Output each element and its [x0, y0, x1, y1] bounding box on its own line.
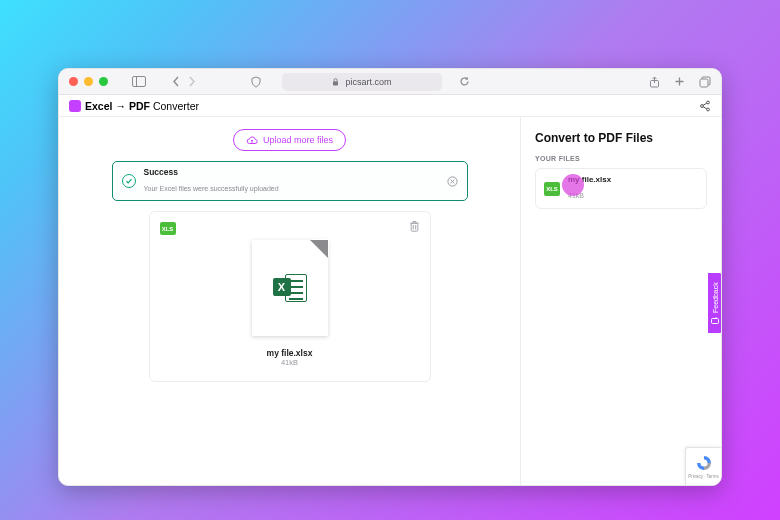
privacy-shield-icon[interactable]	[250, 76, 262, 88]
alert-message: Your Excel files were successfully uploa…	[144, 185, 279, 192]
excel-file-icon: X	[273, 272, 307, 304]
content-area: Upload more files Success Your Excel fil…	[59, 117, 721, 485]
page-title: Excel→PDF Converter	[85, 100, 199, 112]
lock-icon	[332, 78, 339, 86]
url-host: picsart.com	[345, 77, 391, 87]
svg-rect-6	[700, 79, 708, 87]
address-bar[interactable]: picsart.com	[282, 73, 442, 91]
recaptcha-badge[interactable]: Privacy · Terms	[685, 447, 721, 485]
cursor-highlight	[562, 174, 584, 196]
sidebar-toggle-icon[interactable]	[132, 76, 146, 87]
window-fullscreen-button[interactable]	[99, 77, 108, 86]
side-title: Convert to PDF Files	[535, 131, 707, 145]
page-fold-icon	[310, 240, 328, 258]
delete-file-button[interactable]	[409, 220, 420, 232]
file-name: my file.xlsx	[267, 348, 313, 358]
svg-point-8	[701, 104, 704, 107]
cloud-upload-icon	[246, 136, 258, 145]
forward-button[interactable]	[187, 76, 196, 87]
your-files-label: YOUR FILES	[535, 155, 707, 162]
svg-rect-0	[133, 77, 146, 87]
feedback-chat-icon	[711, 316, 719, 324]
side-file-row[interactable]: XLS my file.xlsx 41kB	[535, 168, 707, 209]
reload-button[interactable]	[459, 76, 470, 87]
feedback-tab[interactable]: Feedback	[708, 273, 722, 333]
svg-rect-2	[333, 81, 338, 85]
window-minimize-button[interactable]	[84, 77, 93, 86]
tab-overview-icon[interactable]	[699, 76, 711, 88]
recaptcha-text: Privacy · Terms	[688, 474, 719, 479]
app-header: Excel→PDF Converter	[59, 95, 721, 117]
app-logo[interactable]	[69, 100, 81, 112]
xls-badge: XLS	[160, 222, 176, 235]
back-button[interactable]	[172, 76, 181, 87]
svg-line-11	[703, 106, 707, 108]
svg-rect-22	[712, 318, 719, 323]
success-alert: Success Your Excel files were successful…	[112, 161, 468, 201]
upload-more-files-button[interactable]: Upload more files	[233, 129, 346, 151]
share-icon[interactable]	[649, 76, 660, 88]
alert-title: Success	[144, 167, 279, 177]
window-close-button[interactable]	[69, 77, 78, 86]
svg-rect-15	[411, 223, 418, 231]
file-thumbnail: X	[252, 240, 328, 336]
alert-close-button[interactable]	[447, 176, 458, 187]
new-tab-icon[interactable]	[674, 76, 685, 88]
svg-line-10	[703, 103, 707, 105]
browser-window: picsart.com Excel→PDF	[58, 68, 722, 486]
recaptcha-icon	[695, 454, 713, 472]
xls-badge-small: XLS	[544, 182, 560, 196]
upload-button-label: Upload more files	[263, 135, 333, 145]
browser-titlebar: picsart.com	[59, 69, 721, 95]
check-circle-icon	[122, 174, 136, 188]
main-column: Upload more files Success Your Excel fil…	[59, 117, 521, 485]
side-panel: Convert to PDF Files YOUR FILES XLS my f…	[521, 117, 721, 485]
page-share-icon[interactable]	[699, 100, 711, 112]
uploaded-file-card: XLS X my file.xlsx	[149, 211, 431, 382]
file-size: 41kB	[281, 358, 298, 367]
